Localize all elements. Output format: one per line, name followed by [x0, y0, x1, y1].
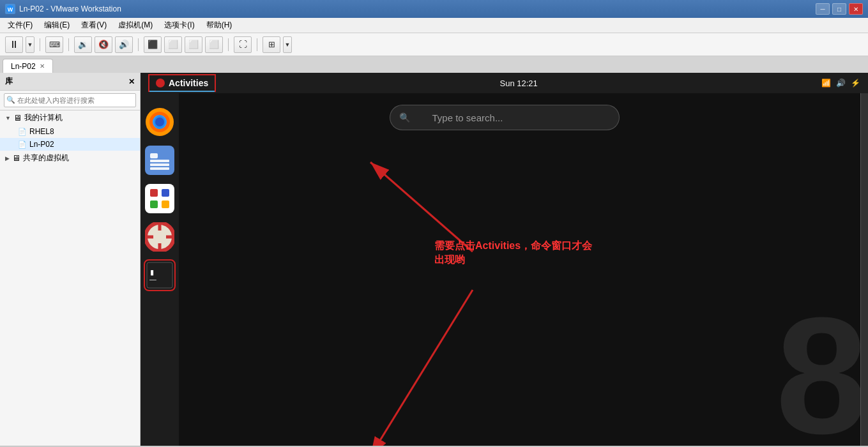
toolbar: ⏸ ▼ ⌨ 🔉 🔇 🔊 ⬛ ⬜ ⬜ ⬜ ⛶ ⊞ ▼ [0, 33, 868, 56]
search-wrap: 🔍 [4, 93, 136, 107]
edit-menu[interactable]: 编辑(E) [39, 19, 75, 32]
gnome-search-bar: 🔍 Type to search... [390, 105, 620, 130]
dock-item-firefox[interactable] [144, 106, 176, 138]
autofit-button[interactable]: ⬜ [205, 36, 223, 53]
dock-item-help[interactable] [144, 221, 176, 253]
separator-1 [40, 38, 40, 51]
svg-rect-7 [150, 153, 158, 158]
svg-rect-11 [145, 184, 174, 213]
vm-tab-ln-p02[interactable]: Ln-P02 ✕ [3, 59, 53, 73]
activities-underline [149, 91, 215, 92]
gnome-clock: Sun 12:21 [499, 79, 537, 88]
tree-item-label: Ln-P02 [29, 140, 54, 149]
rhel-8-logo: 8 [775, 280, 855, 446]
dock-item-files[interactable] [144, 144, 176, 176]
minimize-button[interactable]: ─ [816, 3, 830, 15]
pause-button[interactable]: ⏸ [5, 36, 23, 53]
dock-item-appstore[interactable] [144, 183, 176, 215]
gnome-dock: _ ▮ [141, 93, 179, 446]
tab-label: Ln-P02 [11, 62, 36, 71]
tree-item-label: 共享的虚拟机 [23, 153, 69, 163]
sidebar-search-input[interactable] [4, 93, 136, 107]
send-keys-button[interactable]: ⌨ [45, 36, 63, 53]
tab-close-button[interactable]: ✕ [40, 63, 45, 70]
folder-icon: 🖥 [12, 153, 20, 163]
sidebar-close-button[interactable]: ✕ [128, 77, 135, 86]
help-menu[interactable]: 帮助(H) [201, 19, 238, 32]
gnome-search-input[interactable]: 🔍 Type to search... [390, 105, 620, 130]
dock-item-terminal[interactable]: _ ▮ [144, 259, 176, 291]
search-icon: 🔍 [6, 96, 15, 104]
svg-rect-8 [150, 160, 169, 162]
expand-arrow-icon: ▼ [5, 115, 11, 121]
fullscreen-button[interactable]: ⛶ [234, 36, 252, 53]
audio-down-button[interactable]: 🔉 [74, 36, 92, 53]
unity-button[interactable]: ⊞ [263, 36, 280, 53]
unity-dropdown[interactable]: ▼ [283, 36, 292, 53]
fit-window-button[interactable]: ⬛ [144, 36, 162, 53]
vm-icon: 📄 [18, 128, 27, 136]
activities-label: Activities [169, 78, 208, 88]
vm-icon: 📄 [18, 140, 27, 149]
svg-point-5 [155, 117, 164, 126]
sidebar-search-area: 🔍 [0, 91, 140, 110]
stretch-button[interactable]: ⬜ [185, 36, 202, 53]
separator-3 [138, 38, 139, 51]
title-bar-left: W Ln-P02 - VMware Workstation [5, 4, 121, 14]
svg-text:▮: ▮ [149, 267, 155, 277]
title-bar: W Ln-P02 - VMware Workstation ─ □ ✕ [0, 0, 868, 18]
expand-arrow-icon: ▶ [5, 155, 10, 162]
separator-5 [257, 38, 257, 51]
tree-item-ln-p02[interactable]: 📄 Ln-P02 [0, 138, 140, 151]
rhel-dot [156, 79, 165, 87]
vmware-icon: W [5, 4, 15, 14]
power-icon: ⚡ [851, 79, 860, 87]
tree-item-label: 我的计算机 [24, 112, 63, 123]
sidebar-title: 库 [5, 76, 13, 87]
tab-bar: Ln-P02 ✕ [0, 56, 868, 73]
svg-rect-14 [162, 189, 169, 197]
sidebar-header: 库 ✕ [0, 73, 140, 91]
svg-rect-9 [150, 163, 169, 166]
close-button[interactable]: ✕ [849, 3, 863, 15]
vm-screen[interactable]: Activities Sun 12:21 📶 🔊 ⚡ [141, 73, 868, 446]
vm-menu[interactable]: 虚拟机(M) [113, 19, 158, 32]
activities-button[interactable]: Activities [148, 74, 216, 92]
pause-dropdown[interactable]: ▼ [26, 36, 34, 53]
svg-rect-13 [150, 201, 158, 208]
computer-icon: 🖥 [13, 113, 22, 123]
svg-rect-10 [150, 167, 169, 170]
vm-scrollbar-right[interactable] [860, 73, 868, 446]
network-icon: 📶 [821, 79, 831, 87]
separator-2 [68, 38, 69, 51]
audio-mute-button[interactable]: 🔇 [95, 36, 112, 53]
svg-rect-12 [150, 189, 158, 197]
maximize-button[interactable]: □ [832, 3, 846, 15]
svg-point-23 [155, 232, 164, 241]
search-placeholder-text: Type to search... [416, 112, 503, 123]
main-area: 库 ✕ 🔍 ▼ 🖥 我的计算机 📄 RHEL8 📄 Ln-P02 ▶ 🖥 共享的… [0, 73, 868, 446]
window-title: Ln-P02 - VMware Workstation [19, 4, 121, 13]
audio-icon: 🔊 [836, 79, 846, 87]
tree-item-label: RHEL8 [29, 127, 54, 136]
view-menu[interactable]: 查看(V) [76, 19, 112, 32]
audio-up-button[interactable]: 🔊 [115, 36, 133, 53]
fit-guest-button[interactable]: ⬜ [164, 36, 182, 53]
menu-bar: 文件(F) 编辑(E) 查看(V) 虚拟机(M) 选项卡(I) 帮助(H) [0, 18, 868, 33]
sidebar: 库 ✕ 🔍 ▼ 🖥 我的计算机 📄 RHEL8 📄 Ln-P02 ▶ 🖥 共享的… [0, 73, 141, 446]
title-bar-controls: ─ □ ✕ [816, 3, 863, 15]
tree-item-my-computer[interactable]: ▼ 🖥 我的计算机 [0, 110, 140, 125]
svg-rect-15 [162, 201, 169, 208]
tab-menu[interactable]: 选项卡(I) [159, 19, 199, 32]
gnome-tray: 📶 🔊 ⚡ [821, 79, 860, 87]
separator-4 [228, 38, 229, 51]
tree-item-shared-vms[interactable]: ▶ 🖥 共享的虚拟机 [0, 151, 140, 165]
search-magnifier-icon: 🔍 [399, 112, 410, 123]
gnome-topbar: Activities Sun 12:21 📶 🔊 ⚡ [141, 73, 868, 93]
tree-item-rhel8[interactable]: 📄 RHEL8 [0, 125, 140, 138]
svg-text:W: W [8, 6, 13, 13]
file-menu[interactable]: 文件(F) [3, 19, 38, 32]
